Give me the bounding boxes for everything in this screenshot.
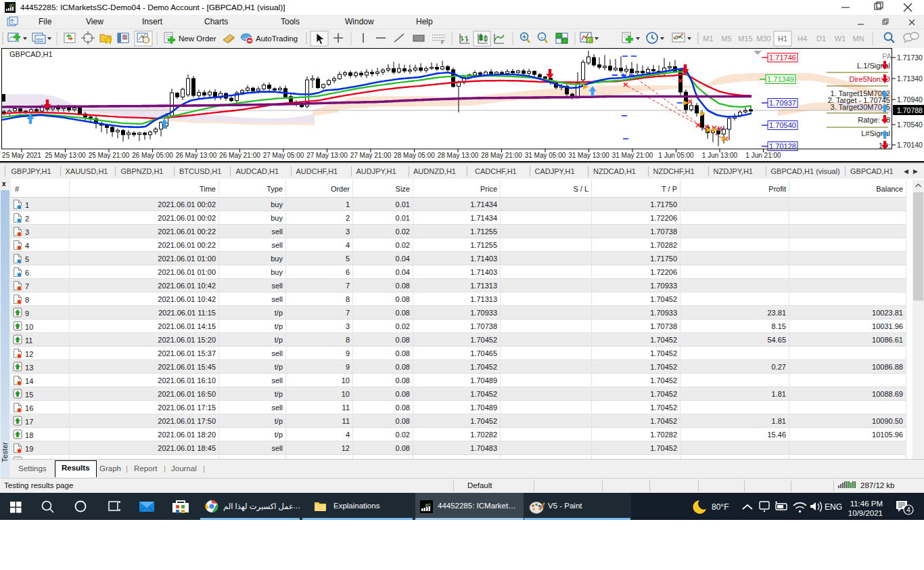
svg-text:New Order: New Order — [179, 35, 216, 43]
svg-text:M15: M15 — [738, 35, 752, 43]
svg-text:27 May 13:00: 27 May 13:00 — [306, 152, 348, 159]
svg-text:10/9/2021: 10/9/2021 — [848, 509, 883, 517]
svg-text:31 May 05:00: 31 May 05:00 — [525, 152, 566, 159]
svg-text:1 Jun 05:00: 1 Jun 05:00 — [658, 152, 694, 159]
svg-text:3. Target30M7045: 3. Target30M7045 — [831, 103, 890, 111]
svg-text:1.71340: 1.71340 — [897, 74, 923, 83]
svg-text:1.70940: 1.70940 — [897, 95, 923, 104]
svg-text:25 May 13:00: 25 May 13:00 — [45, 152, 86, 159]
svg-text:28 May 05:00: 28 May 05:00 — [394, 152, 435, 159]
svg-text:1 Jun 21:00: 1 Jun 21:00 — [745, 152, 781, 159]
svg-text:W1: W1 — [835, 35, 846, 43]
svg-text:4: 4 — [906, 506, 910, 514]
svg-text:M30: M30 — [756, 35, 770, 43]
svg-text:+: + — [522, 33, 526, 41]
svg-text:11:46 PM: 11:46 PM — [850, 500, 883, 508]
svg-text:GBPCAD,H1: GBPCAD,H1 — [9, 50, 53, 58]
svg-text:1.70540: 1.70540 — [897, 120, 923, 129]
svg-text:PA: PA — [882, 52, 892, 60]
svg-text:F: F — [441, 40, 444, 45]
svg-text:1.70540: 1.70540 — [769, 121, 796, 129]
svg-text:D1: D1 — [816, 35, 826, 43]
svg-text:1 Jun 13:00: 1 Jun 13:00 — [702, 152, 738, 159]
svg-text:M1: M1 — [703, 35, 713, 43]
svg-text:80°F: 80°F — [712, 502, 729, 512]
svg-text:MN: MN — [852, 35, 864, 43]
svg-text:AutoTrading: AutoTrading — [256, 35, 298, 43]
svg-text:31 May 13:00: 31 May 13:00 — [568, 152, 609, 159]
svg-text:1.70140: 1.70140 — [897, 141, 923, 149]
svg-text:M5: M5 — [721, 35, 731, 43]
svg-text:25 May 21:00: 25 May 21:00 — [89, 152, 130, 159]
svg-text:27 May 05:00: 27 May 05:00 — [263, 152, 304, 159]
svg-text:26 May 21:00: 26 May 21:00 — [219, 152, 260, 159]
svg-text:26 May 05:00: 26 May 05:00 — [132, 152, 173, 159]
svg-text:1.71349: 1.71349 — [767, 75, 794, 83]
svg-text:H4: H4 — [798, 35, 807, 43]
svg-text:-: - — [540, 33, 542, 41]
svg-text:H1: H1 — [778, 35, 787, 43]
svg-text:25 May 2021: 25 May 2021 — [2, 152, 41, 159]
svg-text:1.70788: 1.70788 — [897, 106, 923, 114]
svg-text:1.71730: 1.71730 — [897, 53, 923, 62]
svg-text:31 May 21:00: 31 May 21:00 — [612, 152, 653, 159]
svg-text:28 May 21:00: 28 May 21:00 — [481, 152, 522, 159]
svg-text:28 May 13:00: 28 May 13:00 — [438, 152, 479, 159]
svg-text:f: f — [588, 38, 589, 43]
svg-text:27 May 21:00: 27 May 21:00 — [350, 152, 392, 159]
svg-text:1.70937: 1.70937 — [769, 99, 796, 107]
svg-text:26 May 13:00: 26 May 13:00 — [176, 152, 217, 159]
svg-text:ENG: ENG — [825, 502, 842, 512]
svg-text:1.71746: 1.71746 — [769, 53, 796, 62]
